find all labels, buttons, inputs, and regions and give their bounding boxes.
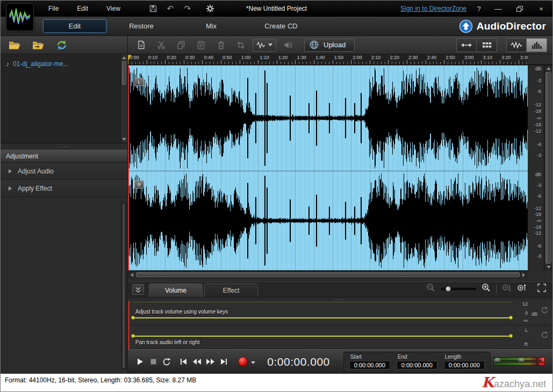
scroll-right-icon[interactable] [520,271,528,278]
scrollbar-thumb[interactable] [545,72,551,264]
volume-automation-line[interactable] [132,317,512,318]
preferences-gear-button[interactable] [205,3,216,14]
cut-button[interactable] [153,38,169,52]
delete-button[interactable] [213,38,229,52]
reset-pan-button[interactable] [541,331,548,340]
titlebar-quick-icons: ↶ ↷ [148,3,216,14]
timeline-ruler[interactable]: 0:000:100:200:300:400:501:001:101:201:30… [128,54,528,65]
scrollbar-thumb[interactable] [123,204,125,368]
volume-lane[interactable]: Adjust track volume using volume keys 12… [130,301,552,325]
record-options-dropdown[interactable] [250,357,256,367]
play-button[interactable] [134,355,145,368]
next-button[interactable] [218,355,229,368]
library-scrollbar[interactable] [120,54,127,143]
keyframe-dot[interactable] [131,334,135,338]
zoom-in-button[interactable] [482,283,491,294]
pan-automation-line[interactable] [132,336,512,337]
editor-tabs: VolumeEffect [149,284,258,297]
open-media-button[interactable] [7,39,22,52]
keyframe-dot[interactable] [131,316,135,320]
menu-file[interactable]: File [39,5,68,12]
panel-splitter[interactable]: ···· [1,143,127,150]
major-tick [165,60,166,64]
tab-volume[interactable]: Volume [149,284,203,297]
fast-forward-button[interactable] [205,355,216,368]
scrollbar-thumb[interactable] [122,61,126,85]
copy-button[interactable] [173,38,189,52]
scroll-up-icon[interactable] [121,54,127,61]
mode-tab-restore[interactable]: Restore [106,22,176,30]
tick-label: 0:10 [148,55,158,60]
upload-button[interactable]: Upload [304,39,355,52]
zoom-slider-thumb[interactable] [446,286,451,292]
help-button[interactable]: ? [474,5,484,13]
normalize-button[interactable] [280,38,296,52]
export-button[interactable] [133,38,149,52]
keyframe-dot[interactable] [509,334,513,338]
pan-lane[interactable]: Pan track audio left or right L R [130,325,552,349]
playhead-marker[interactable] [128,55,132,65]
vertical-zoom-in-button[interactable] [517,284,527,294]
save-project-button[interactable] [148,3,159,14]
download-from-directorzone-button[interactable] [54,39,69,52]
tab-effect[interactable]: Effect [204,284,258,297]
meter-label: dB [494,357,500,362]
sample-format-dropdown[interactable] [253,39,276,52]
collapse-panel-button[interactable] [132,284,144,295]
paste-button[interactable] [193,38,209,52]
restore-button[interactable] [513,4,527,13]
scroll-down-icon[interactable] [544,264,552,271]
adjustment-item-adjust-audio[interactable]: Adjust Audio [1,163,127,180]
start-value-input[interactable]: 0:00:00.000 [349,361,390,369]
expand-panel-button[interactable] [537,284,546,294]
length-value-input[interactable]: 0:00:00.000 [444,361,485,369]
rewind-button[interactable] [191,355,202,368]
menu-view[interactable]: View [97,5,130,12]
vertical-zoom-out-button[interactable] [502,284,512,294]
keyframe-dot[interactable] [509,316,513,320]
stop-button[interactable] [148,355,159,368]
channel-layout-button[interactable] [477,39,497,52]
loop-button[interactable] [161,355,172,368]
previous-button[interactable] [178,355,189,368]
major-tick [500,60,500,64]
waveform-view-button[interactable] [507,39,527,52]
scroll-left-icon[interactable] [128,271,135,278]
signin-directorzone-link[interactable]: Sign in to DirectorZone [400,5,466,12]
scale-label: 0 [525,310,528,316]
reset-volume-button[interactable] [541,306,548,316]
adjustment-scrollbar[interactable] [121,202,126,369]
minimize-button[interactable]: — [491,4,505,13]
fit-timeline-button[interactable] [457,39,477,52]
trim-button[interactable] [233,38,249,52]
scroll-up-icon[interactable] [544,65,552,71]
waveform-hscrollbar[interactable] [128,271,528,278]
record-button[interactable] [238,357,248,367]
adjustment-item-label: Adjust Audio [18,168,54,175]
scroll-down-icon[interactable] [121,136,127,143]
spectrum-view-button[interactable] [527,39,547,52]
zoom-out-button[interactable] [426,283,435,294]
window-title: *New Untitled Project [246,5,307,12]
close-button[interactable]: × [534,4,548,13]
adjustment-item-apply-effect[interactable]: Apply Effect [1,180,127,197]
zoom-controls [426,283,548,294]
import-media-button[interactable] [31,39,46,52]
waveform-wrap: L R [128,65,528,271]
redo-button[interactable]: ↷ [182,3,193,14]
meter-bar-right [493,362,537,366]
end-value-input[interactable]: 0:00:00.000 [397,361,437,369]
menu-edit[interactable]: Edit [68,5,97,12]
scrollbar-thumb[interactable] [136,272,520,277]
waveform-vscrollbar[interactable] [544,65,552,271]
mode-tab-create-cd[interactable]: Create CD [246,22,316,30]
major-tick [388,60,389,64]
clip-indicator-right[interactable] [538,362,545,366]
mode-tab-edit[interactable]: Edit [43,19,106,33]
mode-tab-mix[interactable]: Mix [176,22,246,30]
zoom-slider[interactable] [441,288,476,290]
playhead-line[interactable] [128,65,129,271]
waveform-canvas[interactable] [128,65,528,271]
media-list-item[interactable]: ♪01-dj_aligator-me... [1,59,120,69]
undo-button[interactable]: ↶ [165,3,176,14]
